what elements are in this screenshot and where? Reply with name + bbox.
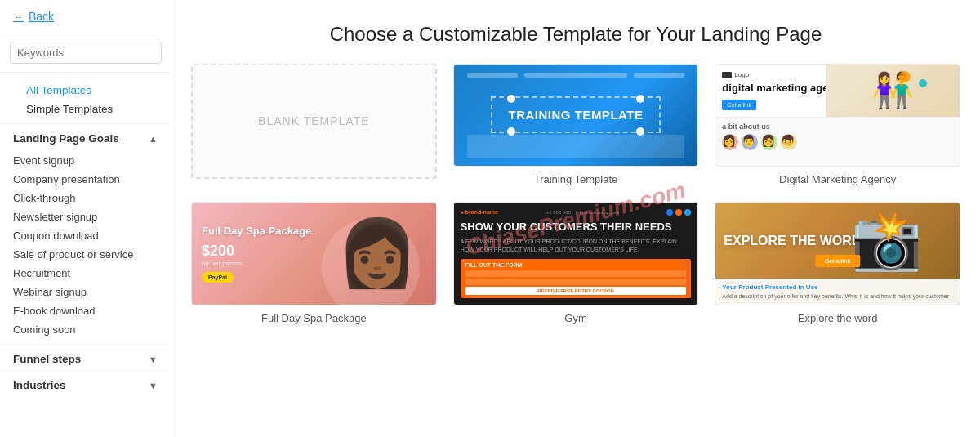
sidebar-item-sale-of-product[interactable]: Sale of product or service bbox=[0, 245, 171, 264]
sidebar-category-landing-goals[interactable]: Landing Page Goals ▲ bbox=[0, 123, 171, 149]
avatar-4: 👦 bbox=[781, 134, 797, 150]
gym-headline: SHOW YOUR CUSTOMERS THEIR NEEDS bbox=[461, 221, 692, 234]
gym-social bbox=[666, 209, 691, 216]
sidebar-item-ebook-download[interactable]: E-book download bbox=[0, 301, 171, 320]
gym-header: ● brand-name +1 800 000 info@company.com bbox=[461, 209, 692, 216]
spa-content: Full Day Spa Package $200 for per person… bbox=[192, 215, 436, 293]
training-template-label: Training Template bbox=[534, 173, 618, 185]
avatar-3: 👩 bbox=[761, 134, 777, 150]
gym-phone: +1 800 000 bbox=[546, 210, 571, 215]
spa-price-sub: for per person bbox=[202, 260, 426, 267]
avatar-2: 👨 bbox=[742, 134, 758, 150]
back-label: Back bbox=[29, 10, 54, 23]
explore-cta-btn: Get a link bbox=[815, 255, 861, 267]
sidebar-item-coming-soon[interactable]: Coming soon bbox=[0, 320, 171, 339]
dma-avatars: 👩 👨 👩 👦 bbox=[722, 134, 953, 150]
chevron-down-icon-2: ▼ bbox=[149, 381, 158, 390]
template-card-spa[interactable]: Full Day Spa Package $200 for per person… bbox=[191, 202, 437, 324]
dma-preview: Logo digital marketing agency. Get a lin… bbox=[715, 64, 960, 167]
sidebar-item-event-signup[interactable]: Event signup bbox=[0, 151, 171, 170]
blank-preview: BLANK TEMPLATE bbox=[191, 64, 437, 179]
page-title: Choose a Customizable Template for Your … bbox=[191, 0, 960, 64]
explore-top: EXPLORE THE WORD 📸 Get a link bbox=[715, 203, 960, 279]
sidebar: ← Back 🔍 All Templates Simple Templates … bbox=[0, 0, 172, 437]
search-input[interactable] bbox=[10, 42, 162, 64]
spa-template-label: Full Day Spa Package bbox=[261, 312, 367, 324]
back-button[interactable]: ← Back bbox=[0, 0, 171, 33]
landing-goals-label: Landing Page Goals bbox=[13, 132, 119, 145]
dma-template-label: Digital Marketing Agency bbox=[779, 173, 896, 185]
explore-product-title: Your Product Presented In Use bbox=[722, 283, 953, 291]
back-arrow-icon: ← bbox=[13, 11, 24, 23]
template-card-gym[interactable]: ● brand-name +1 800 000 info@company.com… bbox=[453, 202, 699, 324]
gym-form-title: FILL OUT THE FORM bbox=[466, 262, 687, 268]
training-dot-tr bbox=[636, 95, 644, 103]
spa-price: $200 bbox=[202, 243, 426, 260]
blank-template-text: BLANK TEMPLATE bbox=[258, 114, 369, 127]
template-card-blank[interactable]: BLANK TEMPLATE bbox=[191, 64, 437, 185]
gym-form: FILL OUT THE FORM RECEIVE FREE ENTRY COU… bbox=[461, 259, 692, 298]
explore-bottom: Your Product Presented In Use Add a desc… bbox=[715, 279, 960, 305]
template-card-dma[interactable]: Logo digital marketing agency. Get a lin… bbox=[715, 64, 960, 185]
landing-goals-items: Event signup Company presentation Click-… bbox=[0, 149, 171, 344]
sidebar-item-click-through[interactable]: Click-through bbox=[0, 189, 171, 207]
explore-product-sub: Add a description of your offer and key … bbox=[722, 292, 953, 300]
explore-preview: EXPLORE THE WORD 📸 Get a link Your Produ… bbox=[715, 202, 960, 305]
industries-label: Industries bbox=[13, 379, 66, 391]
template-card-explore[interactable]: EXPLORE THE WORD 📸 Get a link Your Produ… bbox=[715, 202, 960, 324]
templates-grid: BLANK TEMPLATE TRAINING TEMPLATE bbox=[191, 64, 960, 341]
sidebar-simple-templates[interactable]: Simple Templates bbox=[13, 100, 158, 118]
search-box: 🔍 bbox=[0, 33, 171, 73]
spa-pay-btn: PayPal bbox=[202, 272, 234, 283]
dma-bottom: a bit about us 👩 👨 👩 👦 bbox=[715, 117, 960, 166]
sidebar-item-company-presentation[interactable]: Company presentation bbox=[0, 170, 171, 189]
twitter-icon bbox=[684, 209, 691, 216]
training-preview: TRAINING TEMPLATE bbox=[453, 64, 699, 167]
instagram-icon bbox=[675, 209, 682, 216]
sidebar-category-industries[interactable]: Industries ▼ bbox=[0, 370, 171, 396]
sidebar-all-templates[interactable]: All Templates bbox=[13, 81, 158, 100]
dma-about-label: a bit about us bbox=[722, 123, 953, 131]
sidebar-item-coupon-download[interactable]: Coupon download bbox=[0, 226, 171, 245]
funnel-steps-label: Funnel steps bbox=[13, 353, 81, 365]
chevron-up-icon: ▲ bbox=[149, 134, 158, 144]
templates-links: All Templates Simple Templates bbox=[0, 73, 171, 123]
dma-top: Logo digital marketing agency. Get a lin… bbox=[715, 65, 960, 117]
dma-people: 👫 bbox=[826, 65, 960, 117]
sidebar-item-recruitment[interactable]: Recruitment bbox=[0, 264, 171, 283]
template-card-training[interactable]: TRAINING TEMPLATE Training Template bbox=[453, 64, 699, 185]
spa-title: Full Day Spa Package bbox=[202, 225, 426, 239]
gym-email: info@company.com bbox=[576, 210, 619, 215]
gym-template-label: Gym bbox=[564, 312, 586, 324]
gym-submit-btn: RECEIVE FREE ENTRY COUPON bbox=[466, 287, 687, 295]
sidebar-category-funnel-steps[interactable]: Funnel steps ▼ bbox=[0, 344, 171, 370]
spa-preview: Full Day Spa Package $200 for per person… bbox=[191, 202, 437, 305]
facebook-icon bbox=[666, 209, 673, 216]
gym-contact: +1 800 000 info@company.com bbox=[546, 210, 619, 215]
main-content: ChiasePremium.com Choose a Customizable … bbox=[172, 0, 980, 437]
dma-logo-text: Logo bbox=[734, 71, 749, 78]
sidebar-item-webinar-signup[interactable]: Webinar signup bbox=[0, 283, 171, 301]
gym-sub: A FEW WORDS ABOUT YOUR PRODUCT/COUPON ON… bbox=[461, 238, 692, 254]
gym-input-2 bbox=[466, 279, 687, 285]
explore-template-label: Explore the word bbox=[798, 312, 878, 324]
avatar-1: 👩 bbox=[722, 134, 738, 150]
explore-person: 📸 bbox=[813, 203, 960, 279]
gym-input-1 bbox=[466, 270, 687, 277]
gym-preview: ● brand-name +1 800 000 info@company.com… bbox=[453, 202, 699, 305]
training-template-text: TRAINING TEMPLATE bbox=[491, 96, 662, 133]
dma-logo-icon bbox=[722, 72, 732, 78]
chevron-down-icon: ▼ bbox=[149, 355, 158, 364]
sidebar-item-newsletter-signup[interactable]: Newsletter signup bbox=[0, 207, 171, 226]
dma-cta-btn: Get a link bbox=[722, 100, 756, 110]
gym-logo: ● brand-name bbox=[461, 209, 498, 215]
